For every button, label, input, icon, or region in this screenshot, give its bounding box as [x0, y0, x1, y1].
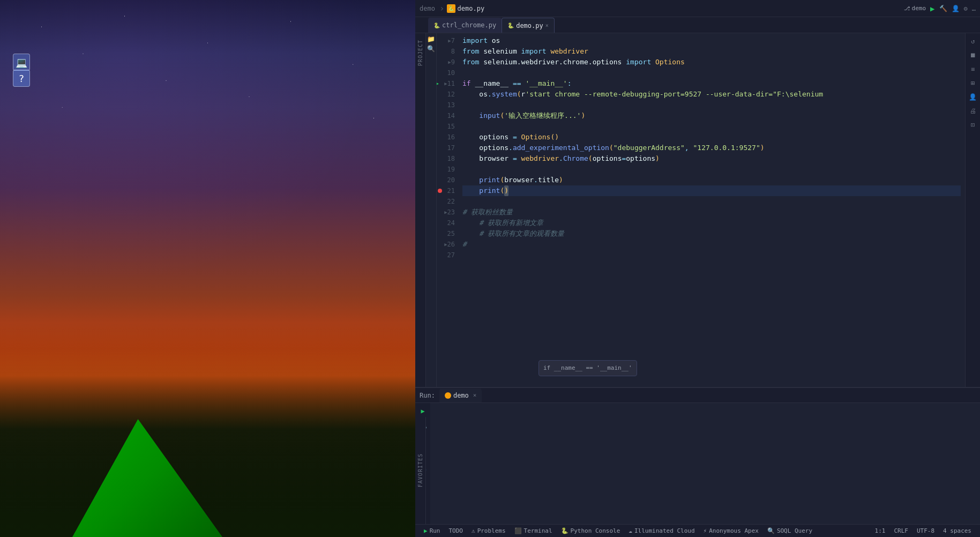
- statusbar-terminal[interactable]: ⬛ Terminal: [510, 525, 557, 537]
- settings-button[interactable]: ⚙: [964, 5, 968, 12]
- code-line-9: from selenium.webdriver.chrome.options i…: [462, 57, 961, 68]
- code-editor[interactable]: import os from selenium import webdriver…: [458, 33, 965, 387]
- tab-demo[interactable]: 🐍 demo.py ×: [502, 18, 555, 33]
- crlf-label: CRLF: [894, 527, 908, 534]
- computer-icon: 💻: [13, 54, 30, 71]
- titlebar-file-icon: 🐍: [447, 4, 455, 13]
- statusbar-crlf[interactable]: CRLF: [889, 525, 912, 537]
- run-output[interactable]: [430, 403, 980, 524]
- code-line-18: browser = webdriver.Chrome(options=optio…: [462, 153, 961, 164]
- statusbar-problems[interactable]: ⚠ Problems: [467, 525, 510, 537]
- titlebar-separator: ›: [439, 3, 445, 13]
- gutter-line-8: 8: [437, 46, 455, 57]
- statusbar-indent[interactable]: 4 spaces: [939, 525, 976, 537]
- gutter-line-20: 20: [437, 175, 455, 185]
- code-line-8: from selenium import webdriver: [462, 46, 961, 57]
- apex-icon: ⚡: [704, 527, 707, 534]
- code-line-7: import os: [462, 35, 961, 46]
- soql-label: SOQL Query: [777, 527, 812, 534]
- build-button[interactable]: 🔨: [939, 5, 947, 12]
- breakpoint-21[interactable]: [438, 189, 442, 193]
- statusbar-soql-query[interactable]: 🔍 SOQL Query: [763, 525, 817, 537]
- project-label[interactable]: Project: [417, 35, 423, 70]
- code-line-23: # 获取粉丝数量: [462, 207, 961, 218]
- code-line-22: [462, 196, 961, 207]
- statusbar-encoding[interactable]: UTF-8: [912, 525, 939, 537]
- tab-label-ctrl: ctrl_chrome.py: [442, 21, 496, 29]
- more-button[interactable]: …: [972, 5, 976, 12]
- panel-btn-6[interactable]: 🖨: [967, 105, 979, 117]
- panel-btn-7[interactable]: ⊡: [967, 119, 979, 131]
- titlebar-filename: demo.py: [458, 5, 485, 12]
- python-console-label: Python Console: [571, 527, 620, 534]
- code-line-25: # 获取所有文章的观看数量: [462, 228, 961, 239]
- left-sidebar: Project: [415, 33, 426, 387]
- editor-container: ▶7 8 ▶9 10 ▶ ▶ 11 12 13 14 15 16 17 18 1…: [437, 33, 980, 387]
- gutter-line-9: ▶9: [437, 57, 455, 68]
- run-tab-demo[interactable]: demo ×: [439, 389, 482, 402]
- run-tab-close[interactable]: ×: [473, 392, 477, 399]
- run-arrow-11: ▶: [437, 78, 439, 89]
- indent-label: 4 spaces: [943, 527, 971, 534]
- desktop-icon-question[interactable]: ?: [5, 70, 38, 88]
- gutter-line-26: ▶26: [437, 239, 455, 250]
- run-button[interactable]: ▶: [930, 4, 934, 13]
- search-sidebar-icon[interactable]: 🔍: [427, 45, 435, 53]
- gutter-line-27: 27: [437, 250, 455, 260]
- code-line-20: print(browser.title): [462, 175, 961, 185]
- gutter-line-18: 18: [437, 153, 455, 164]
- titlebar-actions: ▶ 🔨 👤 ⚙ …: [930, 4, 976, 13]
- desktop-stars: [0, 0, 415, 537]
- code-line-24: # 获取所有新增文章: [462, 218, 961, 228]
- illuminated-cloud-label: Illuminated Cloud: [634, 527, 695, 534]
- titlebar-project: demo: [420, 5, 435, 12]
- statusbar-line-col[interactable]: 1:1: [871, 525, 890, 537]
- gutter-line-15: 15: [437, 121, 455, 132]
- git-branch-icon: ⎇: [904, 5, 910, 11]
- gutter-line-13: 13: [437, 100, 455, 110]
- panel-btn-2[interactable]: ⏹: [967, 49, 979, 61]
- statusbar-todo[interactable]: TODO: [445, 525, 468, 537]
- terminal-label: Terminal: [524, 527, 552, 534]
- profile-button[interactable]: 👤: [952, 5, 960, 12]
- panel-btn-5[interactable]: 👤: [967, 91, 979, 103]
- line-col-label: 1:1: [875, 527, 886, 534]
- statusbar-run[interactable]: ▶ Run: [420, 525, 445, 537]
- line-numbers-gutter: ▶7 8 ▶9 10 ▶ ▶ 11 12 13 14 15 16 17 18 1…: [437, 33, 458, 387]
- titlebar: demo › 🐍 demo.py ⎇ demo ▶ 🔨 👤 ⚙ …: [415, 0, 980, 17]
- code-line-26: #: [462, 239, 961, 250]
- statusbar-anonymous-apex[interactable]: ⚡ Anonymous Apex: [699, 525, 763, 537]
- desktop-background: 💻 ?: [0, 0, 415, 537]
- gutter-line-11: ▶ ▶ 11: [437, 78, 455, 89]
- run-icon: ▶: [424, 527, 428, 534]
- tab-icon-demo: 🐍: [507, 23, 514, 28]
- branch-indicator[interactable]: ⎇ demo: [904, 5, 926, 12]
- code-line-27: [462, 250, 961, 260]
- code-line-11: if __name__ == '__main__':: [462, 78, 961, 89]
- favorites-label[interactable]: Favorites: [417, 449, 423, 491]
- gutter-line-25: 25: [437, 228, 455, 239]
- run-tab-label: demo: [453, 392, 469, 399]
- statusbar-illuminated-cloud[interactable]: ☁ Illuminated Cloud: [624, 525, 699, 537]
- todo-label: TODO: [449, 527, 463, 534]
- tabbar: 🐍 ctrl_chrome.py 🐍 demo.py ×: [415, 17, 980, 33]
- panel-btn-3[interactable]: ≡: [967, 63, 979, 75]
- gutter-line-17: 17: [437, 143, 455, 153]
- code-line-14: input('输入空格继续程序...'): [462, 110, 961, 121]
- statusbar-python-console[interactable]: 🐍 Python Console: [557, 525, 625, 537]
- main-content: Project 📁 🔍 ▶7 8 ▶9 10 ▶ ▶ 11 12 13: [415, 33, 980, 387]
- run-play-btn[interactable]: ▶: [417, 405, 429, 417]
- file-panel: 📁 🔍: [426, 33, 437, 387]
- tab-label-demo: demo.py: [516, 22, 543, 29]
- statusbar: ▶ Run TODO ⚠ Problems ⬛ Terminal 🐍 Pytho…: [415, 524, 980, 537]
- gutter-line-23: ▶23: [437, 207, 455, 218]
- panel-btn-1[interactable]: ↺: [967, 35, 979, 47]
- gutter-line-21: 21: [437, 185, 455, 196]
- cloud-icon: ☁: [629, 527, 632, 534]
- bottom-run-section: Run: demo × ▶ 🔧 ≡ ⊞ 👤 🖨 ⊡ ▶ Run: [415, 387, 980, 537]
- gutter-line-22: 22: [437, 196, 455, 207]
- panel-btn-4[interactable]: ⊞: [967, 77, 979, 89]
- folder-icon[interactable]: 📁: [427, 35, 435, 43]
- tab-ctrl-chrome[interactable]: 🐍 ctrl_chrome.py: [428, 18, 502, 33]
- tab-close-demo[interactable]: ×: [545, 23, 549, 28]
